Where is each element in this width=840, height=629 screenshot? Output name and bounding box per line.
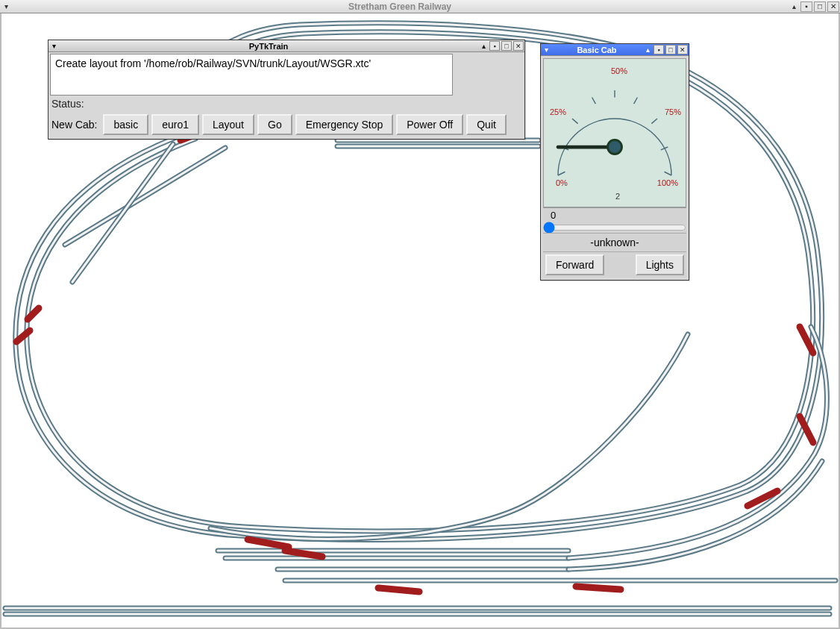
power-off-button[interactable]: Power Off [396, 114, 463, 135]
go-button[interactable]: Go [257, 114, 292, 135]
basic-button[interactable]: basic [103, 114, 148, 135]
basic-cab-titlebar[interactable]: ▾ Basic Cab ▴ ▪ □ ✕ [541, 44, 689, 56]
chevron-down-icon[interactable]: ▾ [48, 41, 59, 51]
quit-button[interactable]: Quit [466, 114, 507, 135]
basic-cab-minimize-button[interactable]: ▪ [653, 45, 664, 54]
app-close-button[interactable]: ✕ [827, 1, 839, 12]
svg-line-5 [634, 98, 638, 104]
status-row: Status: [50, 96, 523, 112]
throttle-slider[interactable] [543, 222, 686, 233]
throttle-slider-row: 0 [543, 207, 686, 233]
svg-line-0 [558, 172, 565, 175]
forward-button[interactable]: Forward [545, 254, 604, 275]
loco-name: -unknown- [543, 233, 686, 251]
app-maximize-button[interactable]: □ [814, 1, 826, 12]
svg-line-2 [572, 119, 578, 124]
chevron-down-icon[interactable]: ▾ [541, 45, 551, 55]
pytktrain-window: ▾ PyTkTrain ▴ ▪ □ ✕ Status: New Cab: bas… [48, 40, 525, 140]
basic-cab-body: 50% 25% 75% 0% 100% 2 0 -unknown- Forwar… [541, 56, 689, 280]
layout-button[interactable]: Layout [202, 114, 254, 135]
app-title: Stretham Green Railway [12, 1, 788, 12]
gauge-tick-0: 0% [556, 178, 568, 187]
lights-button[interactable]: Lights [636, 254, 684, 275]
pytktrain-minimize-button[interactable]: ▪ [489, 41, 500, 51]
newcab-label: New Cab: [51, 119, 97, 131]
pytktrain-body: Status: New Cab: basic euro1 Layout Go E… [48, 52, 524, 139]
newcab-row: New Cab: basic euro1 Layout Go Emergency… [50, 112, 523, 137]
log-textarea[interactable] [50, 54, 453, 96]
basic-cab-title: Basic Cab [551, 46, 642, 54]
cab-buttons-row: Forward Lights [543, 251, 686, 278]
spacer [607, 254, 632, 275]
app-menu-caret-icon[interactable]: ▾ [0, 1, 12, 13]
pytktrain-titlebar[interactable]: ▾ PyTkTrain ▴ ▪ □ ✕ [48, 40, 524, 52]
app-body: ▾ PyTkTrain ▴ ▪ □ ✕ Status: New Cab: bas… [0, 13, 840, 629]
gauge-address: 2 [615, 192, 620, 201]
chevron-up-icon[interactable]: ▴ [478, 41, 489, 51]
svg-line-3 [592, 98, 596, 104]
basic-cab-maximize-button[interactable]: □ [665, 45, 676, 54]
chevron-up-icon[interactable]: ▴ [642, 45, 653, 55]
pytktrain-maximize-button[interactable]: □ [501, 41, 512, 51]
svg-line-8 [665, 172, 672, 175]
pytktrain-close-button[interactable]: ✕ [513, 41, 524, 51]
euro1-button[interactable]: euro1 [151, 114, 199, 135]
gauge-tick-50: 50% [611, 66, 627, 75]
basic-cab-close-button[interactable]: ✕ [677, 45, 688, 54]
status-label: Status: [51, 98, 84, 110]
app-titlebar: ▾ Stretham Green Railway ▴ ▪ □ ✕ [0, 0, 840, 13]
gauge-tick-25: 25% [550, 107, 566, 116]
gauge-tick-75: 75% [665, 107, 681, 116]
app-minimize-button[interactable]: ▪ [800, 1, 812, 12]
svg-point-10 [608, 140, 622, 154]
pytktrain-title: PyTkTrain [59, 42, 478, 51]
app-shade-up-icon[interactable]: ▴ [788, 1, 800, 13]
throttle-value: 0 [543, 208, 686, 222]
emergency-stop-button[interactable]: Emergency Stop [295, 114, 394, 135]
speed-gauge: 50% 25% 75% 0% 100% 2 [543, 58, 686, 207]
svg-line-6 [651, 119, 657, 124]
basic-cab-window: ▾ Basic Cab ▴ ▪ □ ✕ [540, 43, 689, 281]
gauge-tick-100: 100% [657, 178, 678, 187]
